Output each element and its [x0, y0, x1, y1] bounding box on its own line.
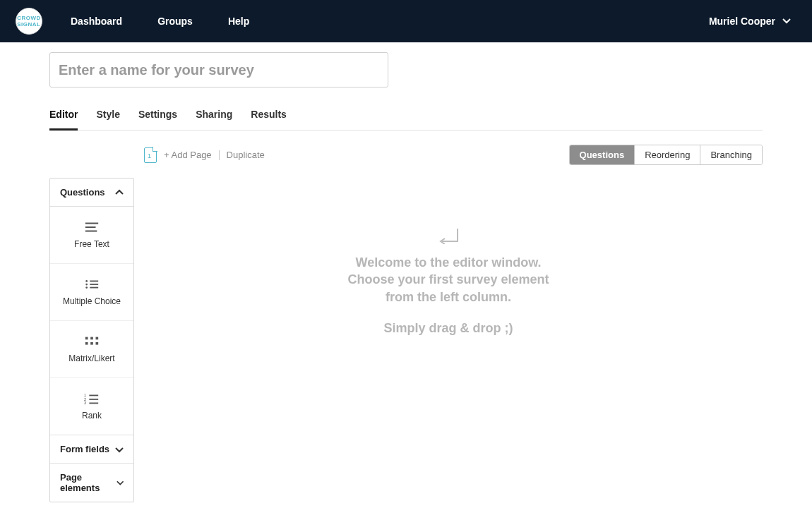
nav-help[interactable]: Help: [228, 16, 249, 27]
empty-line-4: Simply drag & drop ;): [347, 320, 549, 337]
tab-style[interactable]: Style: [96, 103, 119, 130]
free-text-icon: [84, 221, 100, 234]
qtype-label: Rank: [82, 411, 102, 421]
svg-rect-6: [85, 342, 88, 345]
tab-settings[interactable]: Settings: [138, 103, 177, 130]
matrix-icon: [84, 335, 100, 348]
view-toggle: Questions Reordering Branching: [569, 145, 763, 165]
svg-point-1: [85, 284, 88, 286]
chevron-down-icon: [117, 478, 124, 487]
qtype-label: Matrix/Likert: [68, 353, 114, 363]
user-menu[interactable]: Muriel Cooper: [709, 16, 791, 27]
sidebar-section-questions[interactable]: Questions: [50, 179, 133, 207]
svg-rect-3: [85, 337, 88, 340]
duplicate-page-button[interactable]: Duplicate: [227, 150, 265, 160]
nav-dashboard[interactable]: Dashboard: [71, 16, 122, 27]
logo[interactable]: CROWDSIGNAL: [16, 8, 42, 35]
empty-line-3: from the left column.: [347, 289, 549, 306]
qtype-label: Free Text: [74, 239, 109, 249]
rank-icon: 1 2 3: [84, 392, 100, 405]
chevron-down-icon: [782, 17, 791, 25]
empty-line-2: Choose your first survey element: [347, 271, 549, 288]
svg-rect-8: [96, 342, 99, 345]
tab-results[interactable]: Results: [251, 103, 287, 130]
tab-sharing[interactable]: Sharing: [196, 103, 232, 130]
editor-canvas[interactable]: Welcome to the editor window. Choose you…: [134, 178, 763, 502]
survey-name-input[interactable]: [49, 52, 388, 87]
qtype-matrix-likert[interactable]: Matrix/Likert: [50, 321, 133, 378]
svg-point-2: [85, 286, 88, 289]
drag-arrow-icon: [438, 227, 459, 244]
svg-rect-5: [96, 337, 99, 340]
multiple-choice-icon: [84, 278, 100, 291]
sidebar-section-label: Questions: [60, 187, 105, 198]
view-questions[interactable]: Questions: [570, 145, 635, 164]
view-reordering[interactable]: Reordering: [634, 145, 700, 164]
qtype-rank[interactable]: 1 2 3 Rank: [50, 378, 133, 435]
qtype-free-text[interactable]: Free Text: [50, 207, 133, 264]
chevron-up-icon: [115, 188, 124, 197]
sidebar-section-page-elements[interactable]: Page elements: [50, 464, 133, 502]
svg-rect-7: [90, 342, 93, 345]
svg-text:3: 3: [84, 401, 86, 405]
pages-tool: 1 + Add Page Duplicate: [144, 147, 265, 163]
separator: [219, 150, 220, 160]
empty-line-1: Welcome to the editor window.: [347, 254, 549, 271]
svg-rect-4: [90, 337, 93, 340]
editor-area: Questions Free Text Multiple Choice: [49, 178, 763, 502]
sidebar-section-form-fields[interactable]: Form fields: [50, 435, 133, 464]
chevron-down-icon: [115, 445, 124, 454]
page-icon[interactable]: 1: [144, 147, 157, 163]
tab-editor[interactable]: Editor: [49, 103, 78, 131]
editor-tabs: Editor Style Settings Sharing Results: [49, 103, 763, 131]
qtype-multiple-choice[interactable]: Multiple Choice: [50, 264, 133, 321]
svg-point-0: [85, 280, 88, 282]
page-body: Editor Style Settings Sharing Results 1 …: [0, 42, 812, 502]
empty-state-message: Welcome to the editor window. Choose you…: [347, 254, 549, 337]
editor-toolbar: 1 + Add Page Duplicate Questions Reorder…: [49, 145, 763, 165]
elements-sidebar: Questions Free Text Multiple Choice: [49, 178, 134, 502]
question-types-list: Free Text Multiple Choice Matrix/Likert …: [50, 207, 133, 435]
nav-groups[interactable]: Groups: [157, 16, 193, 27]
sidebar-section-label: Page elements: [60, 472, 117, 493]
sidebar-section-label: Form fields: [60, 444, 109, 454]
view-branching[interactable]: Branching: [700, 145, 762, 164]
page-number: 1: [148, 152, 151, 159]
nav-links: Dashboard Groups Help: [71, 16, 249, 27]
qtype-label: Multiple Choice: [63, 296, 121, 306]
add-page-button[interactable]: + Add Page: [164, 150, 212, 160]
user-name: Muriel Cooper: [709, 16, 775, 27]
top-nav: CROWDSIGNAL Dashboard Groups Help Muriel…: [0, 0, 812, 42]
